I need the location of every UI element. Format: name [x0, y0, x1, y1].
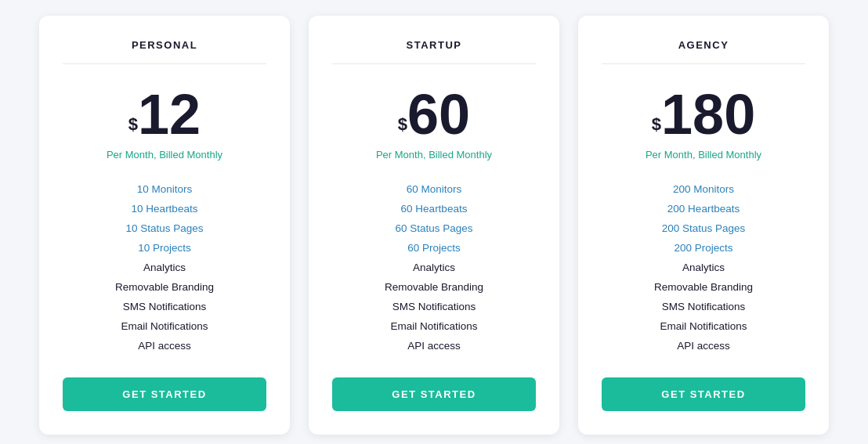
plan-title-startup: STARTUP [332, 39, 536, 64]
list-item: 60 Heartbeats [332, 199, 536, 218]
list-item: 200 Monitors [602, 179, 805, 199]
plan-title-personal: PERSONAL [63, 39, 266, 64]
price-amount-agency: 180 [661, 86, 755, 143]
price-section-agency: $180 [652, 86, 755, 143]
pricing-container: PERSONAL$12Per Month, Billed Monthly10 M… [0, 0, 868, 444]
price-section-startup: $60 [398, 86, 470, 143]
list-item: SMS Notifications [602, 297, 805, 316]
features-list-agency: 200 Monitors200 Heartbeats200 Status Pag… [602, 179, 805, 356]
list-item: Email Notifications [602, 316, 805, 336]
list-item: API access [332, 336, 536, 356]
plan-title-agency: AGENCY [602, 39, 805, 64]
list-item: SMS Notifications [63, 297, 266, 316]
get-started-button-personal[interactable]: GET STARTED [63, 377, 266, 411]
get-started-button-agency[interactable]: GET STARTED [602, 377, 805, 411]
list-item: Analytics [602, 258, 805, 277]
billing-text-agency: Per Month, Billed Monthly [646, 149, 761, 161]
billing-text-personal: Per Month, Billed Monthly [107, 149, 222, 161]
price-amount-personal: 12 [138, 86, 201, 143]
list-item: Removable Branding [332, 277, 536, 297]
get-started-button-startup[interactable]: GET STARTED [332, 377, 536, 411]
list-item: 60 Monitors [332, 179, 536, 199]
features-list-startup: 60 Monitors60 Heartbeats60 Status Pages6… [332, 179, 536, 356]
list-item: API access [63, 336, 266, 356]
list-item: 10 Heartbeats [63, 199, 266, 218]
list-item: Email Notifications [63, 316, 266, 336]
price-amount-startup: 60 [407, 86, 470, 143]
list-item: 200 Heartbeats [602, 199, 805, 218]
pricing-card-startup: STARTUP$60Per Month, Billed Monthly60 Mo… [309, 16, 559, 435]
list-item: 10 Status Pages [63, 218, 266, 238]
list-item: 60 Status Pages [332, 218, 536, 238]
list-item: Analytics [63, 258, 266, 277]
currency-symbol-agency: $ [652, 116, 661, 133]
list-item: 200 Status Pages [602, 218, 805, 238]
list-item: SMS Notifications [332, 297, 536, 316]
list-item: 60 Projects [332, 238, 536, 258]
list-item: Removable Branding [63, 277, 266, 297]
list-item: 10 Projects [63, 238, 266, 258]
pricing-card-personal: PERSONAL$12Per Month, Billed Monthly10 M… [39, 16, 290, 435]
list-item: Analytics [332, 258, 536, 277]
currency-symbol-startup: $ [398, 116, 407, 133]
list-item: 10 Monitors [63, 179, 266, 199]
list-item: Removable Branding [602, 277, 805, 297]
list-item: API access [602, 336, 805, 356]
billing-text-startup: Per Month, Billed Monthly [376, 149, 492, 161]
list-item: Email Notifications [332, 316, 536, 336]
pricing-card-agency: AGENCY$180Per Month, Billed Monthly200 M… [578, 16, 829, 435]
features-list-personal: 10 Monitors10 Heartbeats10 Status Pages1… [63, 179, 266, 356]
price-section-personal: $12 [128, 86, 201, 143]
list-item: 200 Projects [602, 238, 805, 258]
currency-symbol-personal: $ [128, 116, 138, 133]
